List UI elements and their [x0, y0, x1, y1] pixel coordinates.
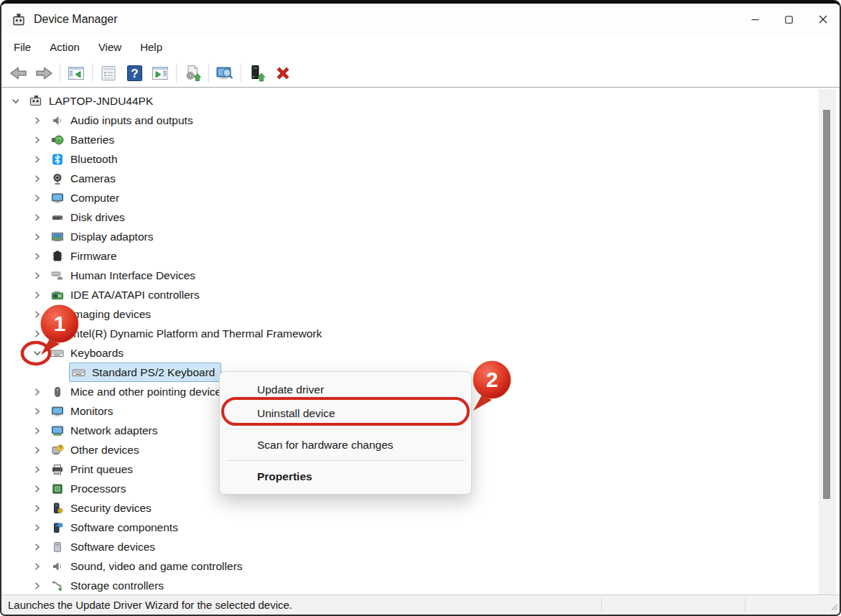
- tree-item-content[interactable]: Display adaptors: [47, 227, 159, 246]
- chevron-right-icon[interactable]: [27, 193, 47, 203]
- menu-action[interactable]: Action: [40, 37, 89, 57]
- vertical-scrollbar[interactable]: [819, 89, 836, 594]
- menu-view[interactable]: View: [89, 37, 131, 57]
- tree-item-content[interactable]: Monitors: [47, 401, 119, 421]
- chevron-right-icon[interactable]: [27, 213, 47, 223]
- chevron-right-icon[interactable]: [27, 174, 47, 184]
- tree-item-bluetooth[interactable]: Bluetooth: [1, 149, 818, 169]
- tree-item-content[interactable]: Disk drives: [47, 207, 131, 227]
- tree-item-content[interactable]: Sound, video and game controllers: [47, 556, 249, 576]
- tree-item-label: Storage controllers: [70, 579, 164, 592]
- context-menu-item-scan-for-hardware-changes[interactable]: Scan for hardware changes: [220, 433, 471, 457]
- tree-item-content[interactable]: Bluetooth: [47, 149, 124, 169]
- tree-item-laptop-jndu44pk[interactable]: LAPTOP-JNDU44PK: [1, 91, 818, 111]
- tree-item-security-devices[interactable]: Security devices: [1, 498, 818, 518]
- scan-for-hardware-changes-button[interactable]: [212, 62, 238, 84]
- update-driver-software-button[interactable]: [180, 62, 205, 84]
- computer-icon: [29, 94, 42, 108]
- uninstall-device-button[interactable]: [270, 62, 296, 84]
- tree-item-batteries[interactable]: Batteries: [1, 130, 818, 149]
- tree-item-imaging-devices[interactable]: Imaging devices: [1, 304, 818, 324]
- help-button[interactable]: ?: [121, 62, 147, 84]
- tree-item-content[interactable]: Network adapters: [47, 421, 164, 440]
- tree-item-disk-drives[interactable]: Disk drives: [1, 207, 818, 227]
- tree-item-audio-inputs-and-outputs[interactable]: Audio inputs and outputs: [1, 111, 818, 130]
- chevron-right-icon[interactable]: [27, 445, 47, 455]
- tree-item-content[interactable]: Print queues: [47, 459, 139, 479]
- tree-item-content[interactable]: Intel(R) Dynamic Platform and Thermal Fr…: [47, 324, 328, 343]
- tree-item-content[interactable]: Cameras: [47, 169, 122, 188]
- chevron-right-icon[interactable]: [27, 542, 47, 552]
- tree-item-content[interactable]: Software components: [47, 518, 185, 537]
- chevron-right-icon[interactable]: [27, 523, 47, 533]
- chevron-down-icon[interactable]: [6, 96, 26, 106]
- chevron-right-icon[interactable]: [27, 581, 47, 591]
- tree-item-intel-r-dynamic-platform-and-thermal-framework[interactable]: Intel(R) Dynamic Platform and Thermal Fr…: [1, 324, 818, 343]
- tree-item-label: Monitors: [70, 405, 113, 418]
- maximize-button[interactable]: [772, 4, 806, 35]
- chevron-right-icon[interactable]: [27, 290, 47, 300]
- scrollbar-thumb[interactable]: [823, 110, 830, 499]
- tree-item-content[interactable]: Firmware: [47, 246, 124, 266]
- disk-drive-icon: [50, 210, 64, 224]
- tree-item-sound-video-and-game-controllers[interactable]: Sound, video and game controllers: [1, 556, 818, 576]
- tree-item-content[interactable]: Audio inputs and outputs: [47, 111, 200, 130]
- tree-item-content[interactable]: Security devices: [47, 498, 158, 518]
- forward-button[interactable]: [31, 62, 57, 84]
- chevron-right-icon[interactable]: [27, 465, 47, 475]
- show-action-pane-button[interactable]: [147, 62, 173, 84]
- tree-item-content[interactable]: LAPTOP-JNDU44PK: [26, 91, 159, 111]
- context-menu-item-properties[interactable]: Properties: [220, 465, 471, 488]
- chevron-right-icon[interactable]: [27, 232, 47, 242]
- toolbar-separator: [241, 64, 241, 83]
- menu-help[interactable]: Help: [131, 37, 172, 57]
- selected-tree-item-content[interactable]: Standard PS/2 Keyboard: [69, 363, 221, 382]
- chevron-right-icon[interactable]: [27, 271, 47, 281]
- chevron-right-icon[interactable]: [27, 387, 47, 397]
- back-button[interactable]: [5, 62, 31, 84]
- bluetooth-icon: [50, 152, 64, 166]
- chevron-right-icon[interactable]: [27, 561, 47, 571]
- step-badge-icon: 1: [37, 303, 82, 358]
- properties-button[interactable]: [96, 62, 121, 84]
- chevron-right-icon[interactable]: [27, 503, 47, 513]
- tree-item-content[interactable]: IDE ATA/ATAPI controllers: [47, 285, 206, 304]
- tree-item-content[interactable]: Batteries: [47, 130, 121, 149]
- tree-item-ide-ata-atapi-controllers[interactable]: IDE ATA/ATAPI controllers: [1, 285, 818, 304]
- update-driver-button[interactable]: [244, 62, 270, 84]
- tree-item-content[interactable]: Software devices: [47, 537, 162, 556]
- tree-item-content[interactable]: Computer: [47, 188, 126, 207]
- menu-file[interactable]: File: [4, 37, 40, 57]
- chevron-right-icon[interactable]: [27, 154, 47, 164]
- chevron-right-icon[interactable]: [27, 116, 47, 126]
- device-manager-window: Device Manager FileActionViewHelp ? LAPT…: [0, 0, 841, 616]
- tree-item-content[interactable]: Mice and other pointing devices: [47, 382, 233, 401]
- tree-item-display-adaptors[interactable]: Display adaptors: [1, 227, 818, 246]
- tree-item-label: Network adapters: [70, 424, 157, 437]
- device-manager-icon: [11, 11, 27, 27]
- step-1-badge: 1: [37, 303, 82, 358]
- tree-item-content[interactable]: Processors: [47, 479, 133, 498]
- close-button[interactable]: [806, 4, 840, 35]
- tree-item-cameras[interactable]: Cameras: [1, 169, 818, 188]
- tree-item-software-devices[interactable]: Software devices: [1, 537, 818, 556]
- monitor-icon: [50, 404, 64, 418]
- tree-item-computer[interactable]: Computer: [1, 188, 818, 207]
- tree-item-firmware[interactable]: Firmware: [1, 246, 818, 266]
- tree-item-human-interface-devices[interactable]: Human Interface Devices: [1, 266, 818, 285]
- show-console-tree-button[interactable]: [63, 62, 89, 84]
- chevron-right-icon[interactable]: [27, 251, 47, 261]
- resize-grip-icon[interactable]: [829, 601, 838, 613]
- step-badge-icon: 2: [470, 359, 514, 414]
- minimize-button[interactable]: [738, 4, 772, 35]
- tree-item-storage-controllers[interactable]: Storage controllers: [1, 576, 818, 594]
- chevron-right-icon[interactable]: [27, 135, 47, 145]
- chevron-right-icon[interactable]: [27, 426, 47, 436]
- chevron-right-icon[interactable]: [27, 484, 47, 494]
- tree-item-content[interactable]: Human Interface Devices: [47, 266, 202, 285]
- tree-item-content[interactable]: Storage controllers: [47, 576, 170, 594]
- tree-item-content[interactable]: ?Other devices: [47, 440, 146, 459]
- chevron-right-icon[interactable]: [27, 406, 47, 416]
- tree-item-keyboards[interactable]: Keyboards: [1, 343, 818, 363]
- tree-item-software-components[interactable]: Software components: [1, 518, 818, 537]
